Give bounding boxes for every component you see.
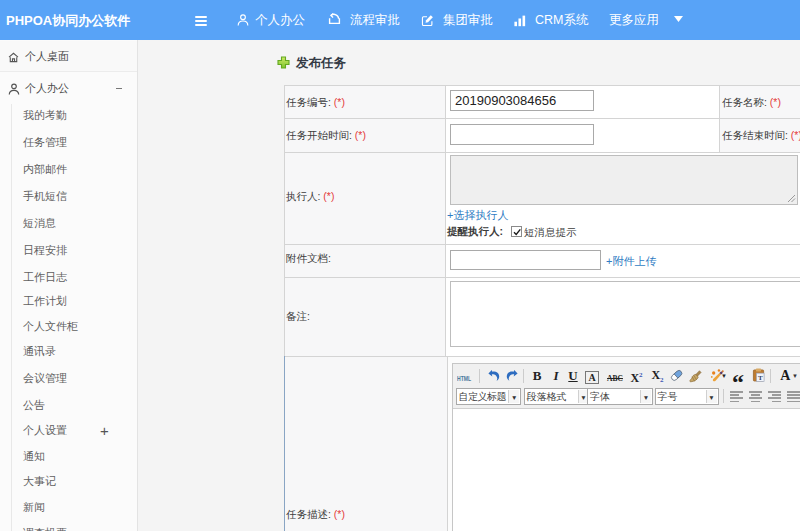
svg-text:T: T xyxy=(758,374,763,382)
